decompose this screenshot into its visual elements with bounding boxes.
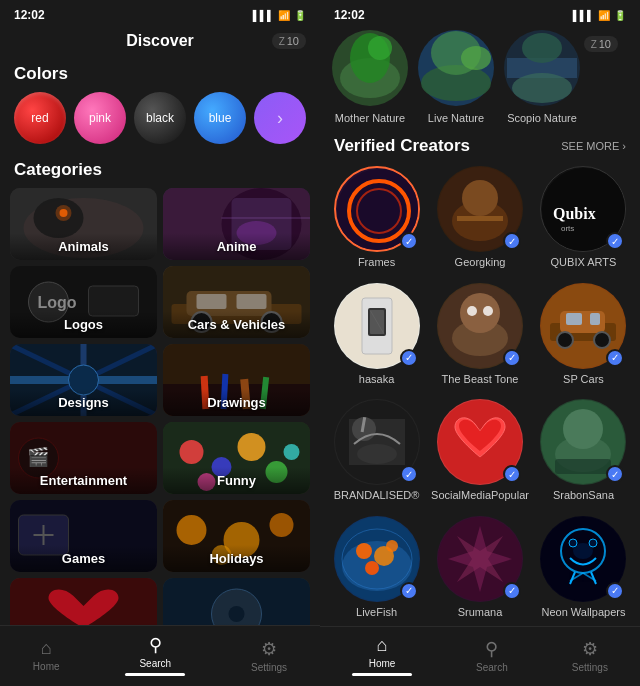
category-cars[interactable]: Cars & Vehicles bbox=[163, 266, 310, 338]
avatar-beast: ✓ bbox=[437, 283, 523, 369]
search-icon-right: ⚲ bbox=[485, 638, 498, 660]
nav-home-right[interactable]: ⌂ Home bbox=[352, 635, 412, 676]
nav-search-right[interactable]: ⚲ Search bbox=[476, 638, 508, 673]
verified-header: Verified Creators SEE MORE › bbox=[320, 132, 640, 166]
right-panel: 12:02 ▌▌▌ 📶 🔋 Mother Nature bbox=[320, 0, 640, 686]
discover-title: Discover bbox=[126, 32, 194, 50]
settings-icon-left: ⚙ bbox=[261, 638, 277, 660]
nav-settings-left[interactable]: ⚙ Settings bbox=[251, 638, 287, 673]
nav-search-label-left: Search bbox=[139, 658, 171, 669]
creator-frames[interactable]: ✓ Frames bbox=[328, 166, 425, 277]
category-love[interactable]: Love bbox=[10, 578, 157, 625]
svg-point-93 bbox=[557, 332, 573, 348]
check-hasaka: ✓ bbox=[400, 349, 418, 367]
settings-icon-right: ⚙ bbox=[582, 638, 598, 660]
svg-point-97 bbox=[357, 444, 397, 464]
creator-beast[interactable]: ✓ The Beast Tone bbox=[431, 283, 529, 394]
check-brandalised: ✓ bbox=[400, 465, 418, 483]
creator-neon[interactable]: ✓ Neon Wallpapers bbox=[535, 516, 632, 627]
categories-grid: Animals Anime Logo bbox=[10, 188, 310, 625]
category-games[interactable]: Games bbox=[10, 500, 157, 572]
creator-hasaka-name: hasaka bbox=[359, 373, 394, 385]
avatar-georgking: ✓ bbox=[437, 166, 523, 252]
color-pink[interactable]: pink bbox=[74, 92, 126, 144]
category-funny[interactable]: Funny bbox=[163, 422, 310, 494]
creator-srabon[interactable]: ✓ SrabonSana bbox=[535, 399, 632, 510]
avatar-neon: ✓ bbox=[540, 516, 626, 602]
svg-point-85 bbox=[460, 293, 500, 333]
creator-social-name: SocialMediaPopular bbox=[431, 489, 529, 501]
top-item-mother-nature[interactable]: Mother Nature bbox=[330, 28, 410, 124]
color-red[interactable]: red bbox=[14, 92, 66, 144]
nav-search-left[interactable]: ⚲ Search bbox=[125, 634, 185, 676]
category-cars-label: Cars & Vehicles bbox=[163, 311, 310, 338]
category-anime[interactable]: Anime bbox=[163, 188, 310, 260]
color-black[interactable]: black bbox=[134, 92, 186, 144]
badge-left: Z 10 bbox=[272, 33, 306, 49]
categories-section: Animals Anime Logo bbox=[0, 188, 320, 625]
svg-point-117 bbox=[589, 539, 597, 547]
top-label-live-nature: Live Nature bbox=[428, 112, 484, 124]
svg-rect-18 bbox=[237, 294, 267, 309]
color-blue[interactable]: blue bbox=[194, 92, 246, 144]
header-left: Discover Z 10 bbox=[0, 28, 320, 58]
badge-count-right: 10 bbox=[599, 38, 611, 50]
avatar-frames: ✓ bbox=[334, 166, 420, 252]
creator-spcars-name: SP Cars bbox=[563, 373, 604, 385]
category-drawings[interactable]: Drawings bbox=[163, 344, 310, 416]
creator-brandalised[interactable]: ✓ BRANDALISED® bbox=[328, 399, 425, 510]
svg-point-39 bbox=[238, 433, 266, 461]
check-spcars: ✓ bbox=[606, 349, 624, 367]
nav-settings-label-left: Settings bbox=[251, 662, 287, 673]
see-more-button[interactable]: SEE MORE › bbox=[561, 140, 626, 152]
creator-spcars[interactable]: ✓ SP Cars bbox=[535, 283, 632, 394]
svg-point-109 bbox=[365, 561, 379, 575]
category-entertainment-label: Entertainment bbox=[10, 467, 157, 494]
category-holidays[interactable]: Holidays bbox=[163, 500, 310, 572]
svg-text:Qubix: Qubix bbox=[553, 205, 596, 222]
creator-srumana[interactable]: ✓ Srumana bbox=[431, 516, 529, 627]
creator-qubix[interactable]: Qubix orts ✓ QUBIX ARTS bbox=[535, 166, 632, 277]
category-music[interactable]: Music bbox=[163, 578, 310, 625]
check-srumana: ✓ bbox=[503, 582, 521, 600]
signal-icon: ▌▌▌ bbox=[253, 10, 274, 21]
time-left: 12:02 bbox=[14, 8, 45, 22]
svg-point-103 bbox=[563, 409, 603, 449]
creator-georgking[interactable]: ✓ Georgking bbox=[431, 166, 529, 277]
top-item-live-nature[interactable]: Live Nature bbox=[416, 28, 496, 124]
svg-rect-92 bbox=[590, 313, 600, 325]
creator-social[interactable]: ✓ SocialMediaPopular bbox=[431, 399, 529, 510]
creator-livefish[interactable]: ✓ LiveFish bbox=[328, 516, 425, 627]
nav-home-left[interactable]: ⌂ Home bbox=[33, 638, 60, 672]
color-black-label: black bbox=[146, 111, 174, 125]
category-entertainment[interactable]: 🎬 Entertainment bbox=[10, 422, 157, 494]
nav-settings-label-right: Settings bbox=[572, 662, 608, 673]
battery-icon: 🔋 bbox=[294, 10, 306, 21]
svg-point-63 bbox=[461, 46, 491, 70]
svg-rect-104 bbox=[555, 459, 611, 474]
color-red-label: red bbox=[31, 111, 48, 125]
creator-hasaka[interactable]: ✓ hasaka bbox=[328, 283, 425, 394]
category-love-label: Love bbox=[10, 623, 157, 625]
nav-settings-right[interactable]: ⚙ Settings bbox=[572, 638, 608, 673]
creators-grid: ✓ Frames ✓ Georgking bbox=[320, 166, 640, 626]
signal-icon-right: ▌▌▌ bbox=[573, 10, 594, 21]
status-icons-left: ▌▌▌ 📶 🔋 bbox=[253, 10, 306, 21]
z-icon-left: Z bbox=[279, 36, 285, 47]
colors-title: Colors bbox=[0, 58, 320, 92]
avatar-hasaka: ✓ bbox=[334, 283, 420, 369]
category-designs[interactable]: Designs bbox=[10, 344, 157, 416]
bottom-nav-right: ⌂ Home ⚲ Search ⚙ Settings bbox=[320, 626, 640, 686]
left-panel: 12:02 ▌▌▌ 📶 🔋 Discover Z 10 Colors red p… bbox=[0, 0, 320, 686]
svg-point-67 bbox=[522, 33, 562, 63]
avatar-srabon: ✓ bbox=[540, 399, 626, 485]
check-neon: ✓ bbox=[606, 582, 624, 600]
svg-point-42 bbox=[284, 444, 300, 460]
svg-point-50 bbox=[270, 513, 294, 537]
category-animals[interactable]: Animals bbox=[10, 188, 157, 260]
category-logos[interactable]: Logo Logos bbox=[10, 266, 157, 338]
top-item-scopio-nature[interactable]: Scopio Nature bbox=[502, 28, 582, 124]
color-more[interactable]: › bbox=[254, 92, 306, 144]
color-blue-label: blue bbox=[209, 111, 232, 125]
avatar-spcars: ✓ bbox=[540, 283, 626, 369]
